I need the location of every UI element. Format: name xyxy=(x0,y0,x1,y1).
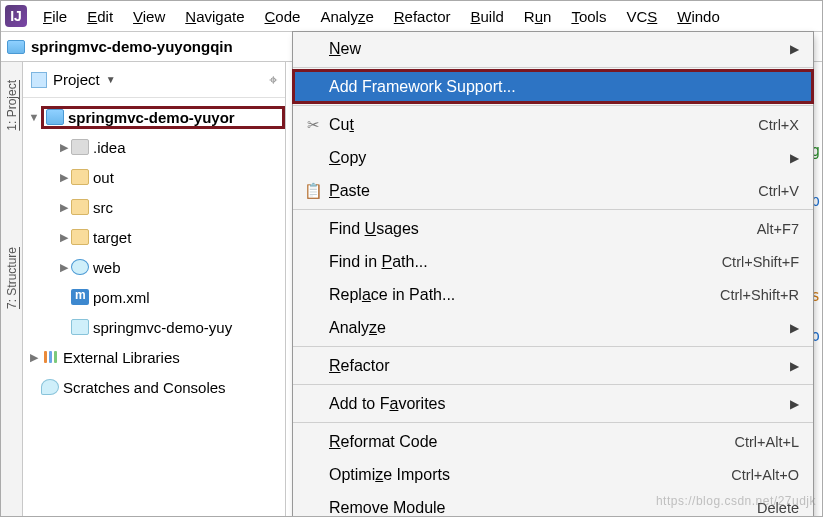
tree-node-src[interactable]: ▶ src xyxy=(23,192,285,222)
separator xyxy=(293,384,813,385)
chevron-right-icon[interactable]: ▶ xyxy=(57,171,71,184)
chevron-right-icon[interactable]: ▶ xyxy=(57,201,71,214)
folder-icon xyxy=(71,169,89,185)
tool-tab-project[interactable]: 1: Project xyxy=(3,72,21,139)
tool-window-bar-left: 1: Project 7: Structure xyxy=(1,62,23,516)
menu-vcs[interactable]: VCS xyxy=(616,4,667,29)
web-icon xyxy=(71,259,89,275)
chevron-right-icon[interactable]: ▶ xyxy=(57,231,71,244)
folder-icon xyxy=(71,229,89,245)
iml-file-icon xyxy=(71,319,89,335)
chevron-down-icon[interactable]: ▼ xyxy=(27,111,41,123)
menu-tools[interactable]: Tools xyxy=(561,4,616,29)
menu-item-add-to-favorites[interactable]: Add to Favorites ▶ xyxy=(293,387,813,420)
chevron-right-icon: ▶ xyxy=(790,397,799,411)
menu-run[interactable]: Run xyxy=(514,4,562,29)
menu-item-copy[interactable]: Copy ▶ xyxy=(293,141,813,174)
tree-root-module[interactable]: ▼ springmvc-demo-yuyor xyxy=(23,102,285,132)
menu-item-analyze[interactable]: Analyze ▶ xyxy=(293,311,813,344)
project-name[interactable]: springmvc-demo-yuyongqin xyxy=(31,38,233,55)
chevron-right-icon: ▶ xyxy=(790,359,799,373)
tree-node-web[interactable]: ▶ web xyxy=(23,252,285,282)
app-icon: IJ xyxy=(5,5,27,27)
chevron-right-icon: ▶ xyxy=(790,151,799,165)
module-icon xyxy=(46,109,64,125)
chevron-right-icon[interactable]: ▶ xyxy=(27,351,41,364)
chevron-right-icon[interactable]: ▶ xyxy=(57,261,71,274)
tree-node-scratches[interactable]: Scratches and Consoles xyxy=(23,372,285,402)
project-view-icon xyxy=(31,72,47,88)
menu-item-find-usages[interactable]: Find Usages Alt+F7 xyxy=(293,212,813,245)
menu-item-find-in-path[interactable]: Find in Path... Ctrl+Shift+F xyxy=(293,245,813,278)
tree-node-idea[interactable]: ▶ .idea xyxy=(23,132,285,162)
menubar: IJ File Edit View Navigate Code Analyze … xyxy=(1,1,822,32)
menu-edit[interactable]: Edit xyxy=(77,4,123,29)
menu-item-add-framework-support[interactable]: Add Framework Support... xyxy=(293,70,813,103)
menu-item-replace-in-path[interactable]: Replace in Path... Ctrl+Shift+R xyxy=(293,278,813,311)
menu-window[interactable]: Windo xyxy=(667,4,730,29)
cut-icon: ✂ xyxy=(301,116,325,134)
project-panel: Project ▼ ⌖ ▼ springmvc-demo-yuyor ▶ .id… xyxy=(23,62,286,516)
maven-file-icon xyxy=(71,289,89,305)
tree-node-external-libraries[interactable]: ▶ External Libraries xyxy=(23,342,285,372)
project-panel-header[interactable]: Project ▼ ⌖ xyxy=(23,62,285,98)
tool-tab-structure[interactable]: 7: Structure xyxy=(3,239,21,317)
chevron-right-icon[interactable]: ▶ xyxy=(57,141,71,154)
menu-build[interactable]: Build xyxy=(460,4,513,29)
chevron-right-icon: ▶ xyxy=(790,321,799,335)
menu-refactor[interactable]: Refactor xyxy=(384,4,461,29)
menu-analyze[interactable]: Analyze xyxy=(310,4,383,29)
tree-node-iml[interactable]: springmvc-demo-yuy xyxy=(23,312,285,342)
separator xyxy=(293,422,813,423)
separator xyxy=(293,209,813,210)
menu-item-reformat-code[interactable]: Reformat Code Ctrl+Alt+L xyxy=(293,425,813,458)
locate-icon[interactable]: ⌖ xyxy=(269,71,277,89)
menu-item-new[interactable]: New ▶ xyxy=(293,32,813,65)
menu-item-cut[interactable]: ✂ Cut Ctrl+X xyxy=(293,108,813,141)
menu-item-paste[interactable]: 📋 Paste Ctrl+V xyxy=(293,174,813,207)
tree-node-target[interactable]: ▶ target xyxy=(23,222,285,252)
scratches-icon xyxy=(41,379,59,395)
menu-navigate[interactable]: Navigate xyxy=(175,4,254,29)
tree-node-pom[interactable]: pom.xml xyxy=(23,282,285,312)
context-menu: New ▶ Add Framework Support... ✂ Cut Ctr… xyxy=(292,31,814,517)
libraries-icon xyxy=(41,349,59,365)
chevron-down-icon[interactable]: ▼ xyxy=(106,74,116,85)
menu-item-optimize-imports[interactable]: Optimize Imports Ctrl+Alt+O xyxy=(293,458,813,491)
menu-view[interactable]: View xyxy=(123,4,175,29)
menu-code[interactable]: Code xyxy=(255,4,311,29)
separator xyxy=(293,346,813,347)
separator xyxy=(293,67,813,68)
project-folder-icon xyxy=(7,40,25,54)
tree-node-out[interactable]: ▶ out xyxy=(23,162,285,192)
chevron-right-icon: ▶ xyxy=(790,42,799,56)
menu-item-refactor[interactable]: Refactor ▶ xyxy=(293,349,813,382)
paste-icon: 📋 xyxy=(301,182,325,200)
project-tree: ▼ springmvc-demo-yuyor ▶ .idea ▶ out ▶ s… xyxy=(23,98,285,402)
separator xyxy=(293,105,813,106)
project-view-title: Project xyxy=(53,71,100,88)
folder-icon xyxy=(71,139,89,155)
watermark: https://blog.csdn.net/27udjk xyxy=(656,494,816,508)
menu-file[interactable]: File xyxy=(33,4,77,29)
folder-icon xyxy=(71,199,89,215)
